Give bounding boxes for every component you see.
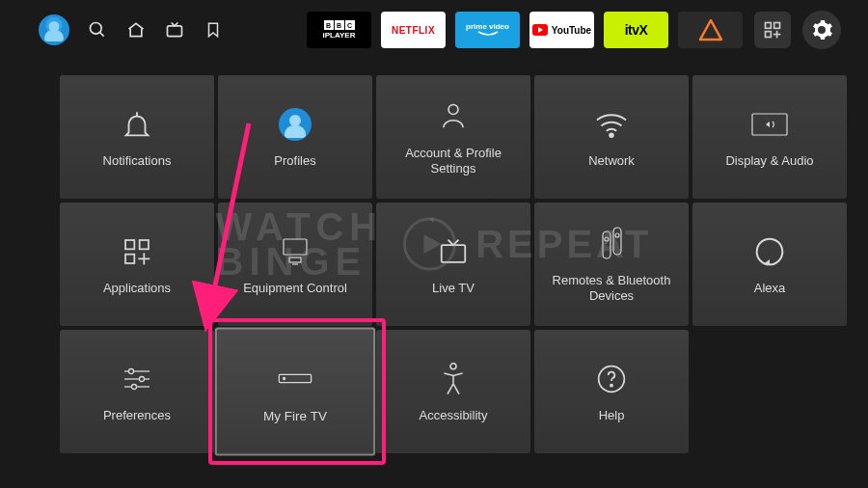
svg-point-24 (605, 237, 609, 241)
tile-profiles[interactable]: Profiles (218, 75, 372, 199)
remotes-icon (595, 225, 628, 263)
svg-rect-14 (125, 240, 134, 249)
equipment-icon (279, 232, 312, 271)
app-bbc-iplayer[interactable]: BBC iPLAYER (307, 12, 371, 48)
app-label: NETFLIX (392, 25, 435, 36)
my-fire-tv-icon (275, 359, 315, 399)
tile-label: Preferences (95, 408, 178, 423)
top-nav-bar: BBC iPLAYER NETFLIX prime video YouTube … (0, 0, 868, 60)
app-itvx[interactable]: itvX (604, 12, 668, 48)
tile-label: Network (581, 153, 642, 169)
svg-rect-20 (289, 258, 301, 262)
svg-rect-23 (603, 231, 610, 258)
tile-label: Help (591, 408, 633, 423)
svg-point-11 (448, 104, 458, 114)
svg-point-35 (284, 377, 285, 379)
svg-point-26 (615, 233, 619, 237)
tile-my-fire-tv[interactable]: My Fire TV (215, 327, 375, 455)
tile-live-tv[interactable]: Live TV (376, 203, 530, 326)
tile-label: My Fire TV (256, 409, 336, 425)
app-youtube[interactable]: YouTube (529, 12, 594, 48)
help-icon (596, 360, 627, 398)
svg-point-29 (129, 368, 134, 373)
display-audio-icon (750, 105, 789, 144)
svg-rect-25 (613, 228, 621, 255)
svg-point-0 (91, 23, 102, 35)
app-netflix[interactable]: NETFLIX (381, 12, 446, 48)
app-label: prime video (466, 23, 509, 31)
app-label: itvX (625, 22, 648, 38)
tile-applications[interactable]: Applications (60, 203, 214, 326)
svg-rect-19 (284, 239, 307, 255)
tile-label: Alexa (746, 281, 794, 296)
tile-preferences[interactable]: Preferences (60, 330, 214, 453)
tile-accessibility[interactable]: Accessibility (376, 330, 530, 453)
apps-grid-icon[interactable] (754, 12, 791, 48)
svg-point-36 (450, 364, 456, 369)
tile-network[interactable]: Network (534, 75, 689, 199)
tile-label: Applications (95, 281, 178, 296)
network-icon (594, 105, 629, 144)
svg-point-12 (610, 133, 613, 137)
svg-rect-15 (140, 240, 149, 249)
app-label: iPLAYER (323, 32, 356, 40)
svg-point-33 (132, 384, 137, 389)
tile-label: Account & Profile Settings (376, 146, 530, 177)
svg-point-31 (140, 376, 145, 381)
svg-rect-2 (168, 26, 182, 37)
notifications-icon (121, 105, 153, 144)
tile-label: Accessibility (412, 408, 496, 423)
tile-remotes[interactable]: Remotes & Bluetooth Devices (534, 203, 689, 326)
preferences-icon (121, 360, 153, 398)
tile-help[interactable]: Help (534, 330, 689, 453)
app-label: YouTube (552, 25, 591, 36)
svg-rect-5 (774, 23, 780, 29)
svg-line-1 (100, 33, 104, 37)
live-tv-icon[interactable] (158, 14, 191, 46)
settings-grid: NotificationsProfilesAccount & Profile S… (60, 75, 847, 453)
tile-label: Profiles (266, 153, 323, 169)
tile-label: Remotes & Bluetooth Devices (534, 273, 689, 305)
app-prime-video[interactable]: prime video (455, 12, 520, 48)
home-icon[interactable] (120, 14, 152, 46)
tile-label: Notifications (95, 153, 179, 169)
tile-label: Live TV (424, 281, 482, 296)
profile-avatar[interactable] (39, 14, 69, 45)
tile-equipment[interactable]: Equipment Control (218, 203, 372, 326)
svg-rect-22 (442, 245, 466, 262)
svg-rect-6 (766, 32, 772, 38)
profiles-icon (279, 105, 312, 144)
live-tv-icon (437, 232, 470, 271)
accessibility-icon (439, 360, 468, 398)
tile-alexa[interactable]: Alexa (692, 203, 847, 326)
alexa-icon (754, 232, 785, 271)
account-icon (439, 97, 468, 136)
svg-point-38 (610, 384, 612, 386)
bookmark-icon[interactable] (197, 14, 230, 46)
applications-icon (122, 232, 152, 271)
search-icon[interactable] (81, 14, 114, 46)
svg-rect-4 (766, 23, 772, 29)
tile-account[interactable]: Account & Profile Settings (376, 75, 530, 199)
settings-gear-icon[interactable] (802, 11, 841, 49)
svg-rect-16 (125, 255, 134, 263)
tile-label: Equipment Control (235, 281, 355, 296)
tile-notifications[interactable]: Notifications (60, 75, 214, 199)
tile-label: Display & Audio (718, 153, 821, 169)
tile-display-audio[interactable]: Display & Audio (692, 75, 847, 199)
app-unknown-triangle[interactable] (678, 12, 743, 48)
